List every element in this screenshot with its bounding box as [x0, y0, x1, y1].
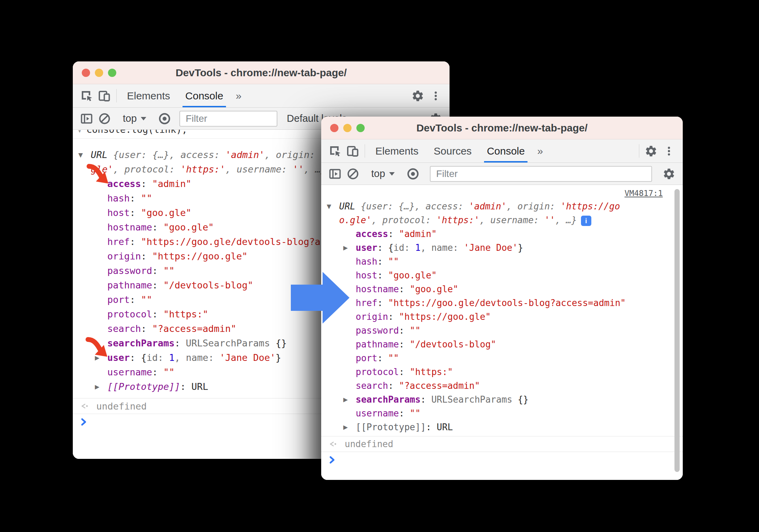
row-text: password: "" — [107, 264, 175, 278]
live-expression-button[interactable] — [404, 167, 422, 181]
row-text: access: "admin" — [356, 227, 437, 241]
source-link[interactable]: VM4817:1 — [624, 189, 663, 198]
close-button[interactable] — [82, 69, 90, 77]
inspect-icon — [328, 144, 342, 158]
tab-elements[interactable]: Elements — [368, 139, 426, 162]
gear-icon — [662, 167, 676, 180]
context-label: top — [123, 113, 137, 124]
console-row[interactable]: password: "" — [327, 324, 683, 337]
console-row[interactable]: port: "" — [327, 351, 683, 365]
titlebar[interactable]: DevTools - chrome://new-tab-page/ — [321, 117, 683, 139]
chevron-double-icon: » — [537, 145, 543, 157]
inspect-element-button[interactable] — [326, 139, 344, 162]
close-button[interactable] — [330, 124, 338, 132]
tab-elements[interactable]: Elements — [119, 84, 178, 107]
device-toolbar-button[interactable] — [96, 84, 114, 107]
row-text: port: "" — [107, 293, 152, 307]
log-source-row: VM4817:1 — [321, 185, 683, 198]
console-row[interactable]: ▼URL {user: {…}, access: 'admin', origin… — [327, 199, 683, 227]
filter-input[interactable] — [179, 111, 277, 127]
kebab-menu-button[interactable] — [660, 139, 678, 162]
collapse-triangle-icon[interactable]: ▼ — [78, 148, 91, 162]
row-text: pathname: "/devtools-blog" — [356, 337, 496, 351]
tab-label: Sources — [434, 145, 472, 157]
tab-console[interactable]: Console — [178, 84, 231, 107]
tab-label: Elements — [127, 90, 170, 102]
device-toolbar-icon — [346, 144, 360, 158]
divider — [365, 144, 365, 158]
console-row[interactable]: ▶user: {id: 1, name: 'Jane Doe'} — [327, 241, 683, 255]
console-row[interactable]: host: "goo.gle" — [327, 268, 683, 282]
console-row[interactable]: ▶searchParams: URLSearchParams {} — [327, 393, 683, 406]
zoom-button[interactable] — [356, 124, 365, 132]
kebab-menu-button[interactable] — [427, 84, 445, 107]
console-row[interactable]: search: "?access=admin" — [327, 379, 683, 393]
console-drawer-icon — [328, 167, 342, 181]
clear-console-icon — [346, 167, 360, 181]
context-selector[interactable]: top — [119, 113, 150, 124]
divider — [639, 144, 639, 158]
chevron-down-icon — [389, 172, 395, 176]
inspect-icon — [79, 89, 94, 103]
console-settings-button[interactable] — [660, 167, 678, 180]
console-row[interactable]: protocol: "https:" — [327, 365, 683, 379]
context-selector[interactable]: top — [368, 168, 398, 179]
context-label: top — [371, 168, 385, 179]
return-value-icon — [329, 441, 338, 447]
live-expression-button[interactable] — [156, 112, 174, 126]
result-value: undefined — [96, 401, 147, 412]
tab-label: Console — [487, 145, 525, 157]
row-text: protocol: "https:" — [356, 365, 453, 379]
result-value: undefined — [345, 439, 393, 449]
settings-button[interactable] — [409, 84, 427, 107]
expand-triangle-icon[interactable]: ▶ — [343, 393, 356, 406]
settings-button[interactable] — [642, 139, 660, 162]
expand-triangle-icon[interactable]: ▶ — [343, 420, 356, 434]
tab-label: Console — [185, 90, 223, 102]
titlebar[interactable]: DevTools - chrome://new-tab-page/ — [73, 61, 450, 84]
filter-input[interactable] — [430, 166, 652, 182]
info-icon[interactable]: i — [581, 216, 591, 226]
eye-icon — [158, 112, 171, 126]
row-text: password: "" — [356, 324, 421, 337]
eval-result-row: undefined — [321, 436, 683, 452]
console-row[interactable]: access: "admin" — [327, 227, 683, 241]
inspect-element-button[interactable] — [78, 84, 96, 107]
tab-label: Elements — [375, 145, 418, 157]
clear-console-button[interactable] — [96, 112, 114, 126]
more-tabs-button[interactable]: » — [532, 139, 548, 162]
row-text: username: "" — [107, 365, 175, 380]
devtools-window-front: DevTools - chrome://new-tab-page/ Elemen… — [321, 117, 683, 480]
console-sidebar-button[interactable] — [326, 167, 344, 181]
console-row[interactable]: ▶[[Prototype]]: URL — [327, 420, 683, 434]
row-text: search: "?access=admin" — [107, 322, 236, 336]
minimize-button[interactable] — [343, 124, 352, 132]
console-row[interactable]: hash: "" — [327, 255, 683, 268]
return-value-icon — [80, 403, 90, 410]
console-row[interactable]: origin: "https://goo.gle" — [327, 310, 683, 324]
more-tabs-button[interactable]: » — [231, 84, 246, 107]
scrollbar-thumb[interactable] — [674, 189, 680, 472]
expand-triangle-icon[interactable]: ▶ — [343, 241, 356, 255]
window-title: DevTools - chrome://new-tab-page/ — [73, 67, 450, 79]
console-sidebar-button[interactable] — [78, 112, 96, 126]
row-text: hash: "" — [356, 255, 399, 268]
prompt-chevron-icon — [329, 455, 336, 465]
row-text: pathname: "/devtools-blog" — [107, 278, 253, 293]
collapse-triangle-icon[interactable]: ▾ — [78, 130, 81, 134]
console-row[interactable]: href: "https://goo.gle/devtools-blog?acc… — [327, 296, 683, 310]
zoom-button[interactable] — [108, 69, 116, 77]
minimize-button[interactable] — [95, 69, 103, 77]
row-text: [[Prototype]]: URL — [356, 420, 453, 434]
clear-console-button[interactable] — [344, 167, 362, 181]
console-prompt[interactable] — [321, 452, 683, 468]
device-toolbar-button[interactable] — [344, 139, 362, 162]
console-row[interactable]: username: "" — [327, 406, 683, 420]
collapse-triangle-icon[interactable]: ▼ — [327, 199, 339, 213]
console-row[interactable]: pathname: "/devtools-blog" — [327, 337, 683, 351]
row-text: username: "" — [356, 406, 421, 420]
tab-console[interactable]: Console — [479, 139, 532, 162]
tab-sources[interactable]: Sources — [426, 139, 479, 162]
console-row[interactable]: hostname: "goo.gle" — [327, 282, 683, 296]
expand-triangle-icon[interactable]: ▶ — [95, 380, 107, 394]
